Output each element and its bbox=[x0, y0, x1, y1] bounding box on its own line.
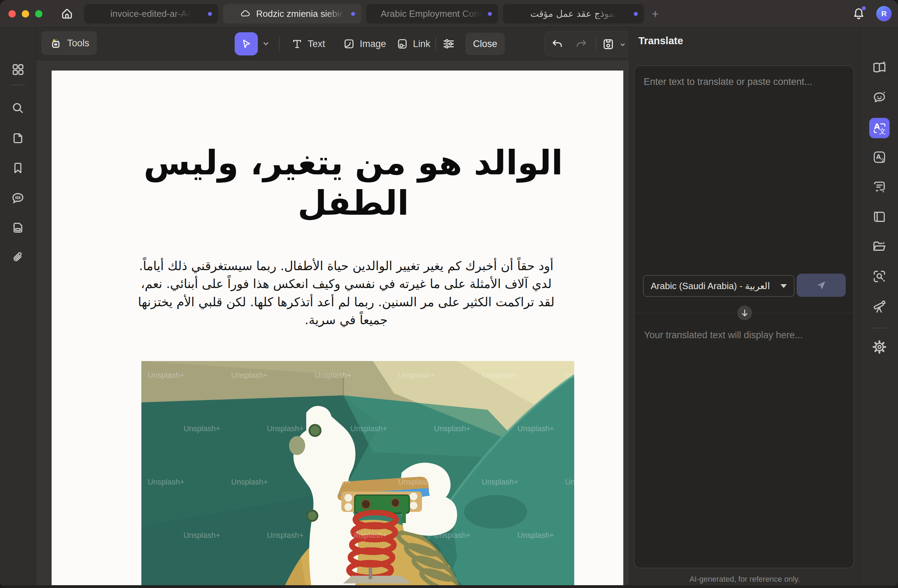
tab-employment-contract[interactable]: Arabic Employment Contra bbox=[366, 4, 498, 23]
tab-rodzic-active[interactable]: Rodzic zmienia siebie bbox=[223, 4, 361, 23]
target-language-value: Arabic (Saudi Arabia) - العربية bbox=[651, 281, 770, 291]
tools-button[interactable]: Tools bbox=[42, 31, 97, 55]
right-sidebar: A 文 A 文 bbox=[860, 28, 898, 585]
zoom-window-button[interactable] bbox=[35, 10, 42, 17]
svg-text:文: 文 bbox=[880, 157, 885, 163]
sidebar-item-annotations[interactable] bbox=[11, 191, 25, 206]
rail-item-presentation[interactable] bbox=[872, 299, 887, 314]
arrow-down-icon bbox=[740, 308, 749, 317]
undo-button[interactable] bbox=[551, 37, 564, 51]
select-tool-dropdown[interactable] bbox=[261, 39, 271, 48]
link-tool-icon bbox=[396, 37, 409, 50]
tab-invoice[interactable]: invoice-edited-ar-A4 bbox=[84, 4, 218, 23]
toolbar: Tools Text Image bbox=[36, 28, 629, 60]
rail-item-ai-summary[interactable] bbox=[872, 179, 887, 195]
book-sparkle-icon bbox=[872, 60, 887, 75]
send-icon bbox=[815, 279, 827, 291]
telescope-icon bbox=[872, 299, 887, 314]
sliders-icon bbox=[441, 37, 456, 51]
link-tool-button[interactable]: Link bbox=[388, 32, 438, 55]
scan-search-icon bbox=[872, 269, 887, 284]
rail-item-ai-files[interactable] bbox=[872, 239, 887, 254]
avatar[interactable]: R bbox=[876, 6, 892, 22]
paperclip-icon bbox=[11, 251, 25, 265]
link-tool-label: Link bbox=[413, 38, 431, 49]
note-sparkle-icon bbox=[872, 179, 887, 195]
left-sidebar bbox=[0, 28, 36, 585]
close-window-button[interactable] bbox=[8, 10, 16, 17]
rail-item-reader-view[interactable] bbox=[872, 209, 887, 225]
translate-send-button[interactable] bbox=[797, 274, 846, 297]
sidebar-item-pages[interactable] bbox=[11, 131, 25, 145]
translate-output-placeholder: Your translated text will display here..… bbox=[644, 330, 803, 341]
chevron-down-icon bbox=[261, 39, 271, 48]
rail-divider bbox=[11, 85, 25, 85]
home-icon bbox=[60, 7, 74, 21]
adjustments-button[interactable] bbox=[441, 37, 456, 51]
tab-arabic-template[interactable]: نموذج عقد عمل مؤقت bbox=[503, 4, 644, 23]
image-tool-icon bbox=[343, 37, 355, 50]
rail-item-ai-chat[interactable] bbox=[872, 90, 887, 105]
tab-label: invoice-edited-ar-A4 bbox=[111, 8, 192, 19]
rail-item-image-translate[interactable]: A 文 bbox=[872, 149, 887, 165]
document-photo[interactable]: Unsplash+Unsplash+Unsplash+Unsplash+Unsp… bbox=[141, 361, 574, 585]
caret-down-icon bbox=[781, 284, 787, 288]
tab-label: Arabic Employment Contra bbox=[381, 8, 483, 19]
rail-item-translate-active[interactable]: A 文 bbox=[869, 118, 890, 138]
text-tool-button[interactable]: Text bbox=[282, 32, 334, 55]
document-canvas[interactable]: الوالد هو من يتغير، وليس الطفل أود حقاً … bbox=[36, 60, 629, 585]
search-icon bbox=[11, 101, 25, 115]
text-tool-icon bbox=[291, 37, 303, 50]
playground-photo-illustration bbox=[141, 361, 574, 585]
save-button[interactable] bbox=[601, 37, 615, 51]
minimize-window-button[interactable] bbox=[22, 10, 29, 17]
notifications-button[interactable] bbox=[851, 6, 866, 22]
sidebar-item-file-attachments[interactable] bbox=[11, 221, 25, 235]
translate-input[interactable] bbox=[635, 66, 853, 262]
image-tool-label: Image bbox=[360, 38, 386, 49]
comment-icon bbox=[11, 191, 25, 206]
document-paragraph: أود حقاً أن أخبرك كم يغير تغيير الوالدين… bbox=[132, 257, 560, 329]
toolbar-separator bbox=[435, 37, 436, 51]
new-tab-button[interactable]: + bbox=[649, 8, 661, 20]
text-tool-label: Text bbox=[308, 38, 325, 49]
tab-modified-dot bbox=[208, 12, 212, 16]
pdf-page[interactable]: الوالد هو من يتغير، وليس الطفل أود حقاً … bbox=[52, 71, 623, 585]
tab-modified-dot bbox=[634, 12, 638, 16]
tab-label: Rodzic zmienia siebie bbox=[256, 8, 344, 19]
close-button[interactable]: Close bbox=[466, 32, 505, 55]
sidebar-item-attachments[interactable] bbox=[11, 251, 25, 265]
select-tool-button[interactable] bbox=[235, 32, 258, 55]
notification-dot bbox=[862, 6, 866, 10]
group-separator bbox=[596, 38, 596, 51]
document-title: الوالد هو من يتغير، وليس الطفل bbox=[115, 143, 592, 223]
image-tool-button[interactable]: Image bbox=[334, 32, 395, 55]
cursor-icon bbox=[240, 38, 252, 50]
rail-item-ai-search[interactable] bbox=[872, 269, 887, 284]
translate-icon: A 文 bbox=[872, 120, 887, 136]
tools-label: Tools bbox=[67, 38, 89, 49]
sidebar-item-bookmarks[interactable] bbox=[11, 161, 25, 175]
insert-translation-button[interactable] bbox=[735, 303, 754, 322]
close-label: Close bbox=[473, 38, 497, 49]
rail-divider bbox=[872, 328, 887, 328]
redo-icon bbox=[575, 37, 588, 51]
rail-item-settings[interactable] bbox=[871, 339, 887, 355]
tools-icon bbox=[49, 36, 63, 50]
save-options-dropdown[interactable] bbox=[619, 41, 626, 48]
file-strip-icon bbox=[11, 221, 25, 235]
panel-title: Translate bbox=[638, 35, 683, 47]
tab-modified-dot bbox=[351, 12, 355, 16]
save-icon bbox=[601, 37, 615, 51]
sidebar-item-grid[interactable] bbox=[11, 62, 25, 77]
target-language-select[interactable]: Arabic (Saudi Arabia) - العربية bbox=[643, 275, 795, 297]
redo-button[interactable] bbox=[575, 37, 588, 51]
sidebar-item-search[interactable] bbox=[11, 101, 25, 115]
side-book-icon bbox=[872, 209, 887, 225]
ai-disclaimer: AI-generated, for reference only. bbox=[629, 575, 860, 584]
home-button[interactable] bbox=[59, 6, 75, 22]
rail-item-ai-reader[interactable] bbox=[872, 60, 887, 75]
svg-text:文: 文 bbox=[879, 127, 886, 135]
undo-icon bbox=[551, 37, 564, 51]
app-window: invoice-edited-ar-A4 Rodzic zmienia sieb… bbox=[0, 0, 898, 588]
